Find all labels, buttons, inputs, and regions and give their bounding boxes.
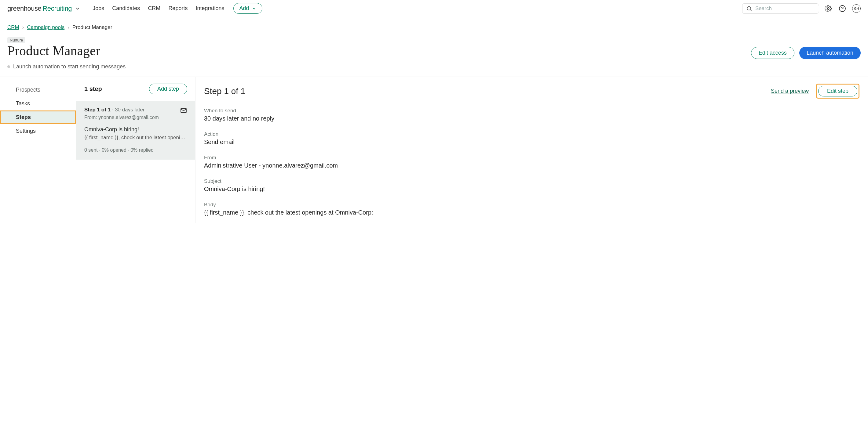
svg-point-3	[839, 5, 845, 11]
breadcrumb: CRM › Campaign pools › Product Manager	[7, 25, 861, 31]
sidebar-item-steps[interactable]: Steps	[0, 110, 76, 124]
avatar-initials: GH	[854, 7, 859, 10]
sidebar: Prospects Tasks Steps Settings	[0, 77, 76, 223]
sidebar-item-settings[interactable]: Settings	[0, 124, 76, 138]
chevron-down-icon	[252, 6, 256, 11]
breadcrumb-crm[interactable]: CRM	[7, 25, 19, 31]
edit-access-button[interactable]: Edit access	[751, 47, 795, 59]
step-number: Step 1 of 1	[84, 107, 111, 112]
body-value: {{ first_name }}, check out the latest o…	[204, 209, 860, 216]
topnav-right: GH	[742, 3, 861, 14]
action-value: Send email	[204, 139, 860, 145]
user-avatar[interactable]: GH	[852, 4, 861, 13]
sidebar-item-prospects[interactable]: Prospects	[0, 83, 76, 97]
add-step-button[interactable]: Add step	[149, 84, 187, 94]
action-label: Action	[204, 131, 860, 137]
nav-integrations[interactable]: Integrations	[195, 5, 224, 11]
primary-nav: Jobs Candidates CRM Reports Integrations	[93, 5, 224, 11]
add-button-label: Add	[239, 5, 249, 11]
title-actions: Edit access Launch automation	[751, 47, 861, 59]
step-card-header: Step 1 of 1 · 30 days later	[84, 107, 159, 113]
nav-jobs[interactable]: Jobs	[93, 5, 104, 11]
help-button[interactable]	[838, 4, 847, 13]
settings-button[interactable]	[824, 4, 833, 13]
gear-icon	[825, 5, 832, 12]
status-line: Launch automation to start sending messa…	[7, 64, 861, 70]
nav-candidates[interactable]: Candidates	[112, 5, 140, 11]
from-value: Administrative User - ynonne.alvarez@gma…	[204, 162, 860, 169]
search-icon	[746, 5, 752, 11]
svg-point-0	[747, 6, 751, 10]
breadcrumb-campaign-pools[interactable]: Campaign pools	[27, 25, 64, 31]
body-label: Body	[204, 202, 860, 208]
mail-icon	[180, 107, 187, 114]
when-to-send-value: 30 days later and no reply	[204, 115, 860, 122]
nav-reports[interactable]: Reports	[168, 5, 188, 11]
search-input[interactable]	[755, 5, 820, 11]
logo-text-1: greenhouse	[7, 5, 41, 12]
step-from-line: From: ynonne.alvarez@gmail.com	[84, 115, 159, 120]
chevron-down-icon	[75, 6, 80, 11]
chevron-right-icon: ›	[67, 25, 69, 31]
step-timing: 30 days later	[115, 107, 145, 112]
step-detail: Step 1 of 1 Send a preview Edit step Whe…	[195, 77, 868, 223]
launch-automation-button[interactable]: Launch automation	[799, 47, 861, 59]
add-button[interactable]: Add	[233, 3, 262, 14]
edit-step-highlight: Edit step	[816, 84, 860, 99]
svg-point-2	[827, 8, 829, 9]
status-dot-icon	[7, 65, 10, 68]
step-card[interactable]: Step 1 of 1 · 30 days later From: ynonne…	[76, 101, 195, 160]
main-area: Prospects Tasks Steps Settings 1 step Ad…	[0, 77, 868, 223]
step-body-preview: {{ first_name }}, check out the latest o…	[84, 135, 187, 141]
page-header: CRM › Campaign pools › Product Manager N…	[0, 17, 868, 70]
svg-line-1	[750, 9, 752, 11]
edit-step-button[interactable]: Edit step	[818, 86, 857, 96]
subject-value: Omniva-Corp is hiring!	[204, 186, 860, 193]
step-stats: 0 sent · 0% opened · 0% replied	[84, 147, 187, 153]
breadcrumb-current: Product Manager	[72, 25, 112, 31]
page-title: Product Manager	[7, 43, 100, 59]
subject-label: Subject	[204, 178, 860, 185]
logo-text-2: Recruiting	[42, 5, 72, 12]
send-preview-link[interactable]: Send a preview	[771, 88, 809, 94]
steps-count: 1 step	[84, 86, 102, 93]
top-nav: greenhouse Recruiting Jobs Candidates CR…	[0, 0, 868, 17]
sidebar-item-tasks[interactable]: Tasks	[0, 97, 76, 110]
step-subject: Omniva-Corp is hiring!	[84, 126, 187, 133]
when-to-send-label: When to send	[204, 108, 860, 114]
help-icon	[839, 5, 846, 12]
nurture-badge: Nurture	[7, 37, 25, 43]
nav-crm[interactable]: CRM	[148, 5, 160, 11]
steps-column: 1 step Add step Step 1 of 1 · 30 days la…	[76, 77, 195, 223]
steps-header: 1 step Add step	[76, 77, 195, 101]
product-switcher[interactable]: greenhouse Recruiting	[7, 5, 80, 12]
from-label: From	[204, 155, 860, 161]
detail-title: Step 1 of 1	[204, 87, 245, 96]
search-box[interactable]	[742, 3, 818, 14]
chevron-right-icon: ›	[22, 25, 24, 31]
status-text: Launch automation to start sending messa…	[13, 64, 126, 70]
